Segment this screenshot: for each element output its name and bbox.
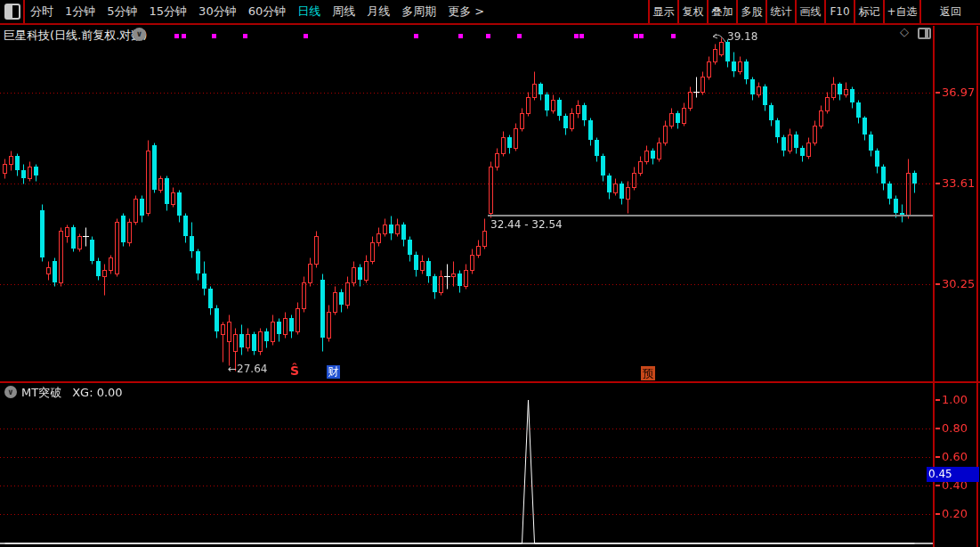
menu-item-8[interactable]: 月线 xyxy=(367,4,390,18)
menu-item-2[interactable]: 5分钟 xyxy=(107,4,137,18)
menu-item-6[interactable]: 日线 xyxy=(297,4,320,18)
axis-tick-label: 33.61 xyxy=(942,176,975,190)
toolbar-button-0[interactable]: 显示 xyxy=(648,0,677,23)
axis-tick-mark xyxy=(935,456,940,458)
axis-tick-mark xyxy=(935,428,940,429)
toolbar-button-6[interactable]: F10 xyxy=(824,0,854,23)
axis-tick-mark xyxy=(935,485,940,486)
period-menu: 分时1分钟5分钟15分钟30分钟60分钟日线周线月线多周期更多 > xyxy=(30,0,496,23)
dividend-marker-icon[interactable]: Ŝ xyxy=(290,364,299,378)
window-layout-icon[interactable] xyxy=(4,4,20,20)
axis-cursor-value: 0.45 xyxy=(927,467,979,482)
toolbar-button-8[interactable]: +自选 xyxy=(883,0,919,23)
toolbar-button-5[interactable]: 画线 xyxy=(795,0,824,23)
forecast-badge[interactable]: 预 xyxy=(641,366,655,380)
toolbar-button-7[interactable]: 标记 xyxy=(854,0,883,23)
trading-app-window: 分时1分钟5分钟15分钟30分钟60分钟日线周线月线多周期更多 > 显示复权叠加… xyxy=(0,0,980,547)
toolbar-menu: 显示复权叠加多股统计画线F10标记+自选返回 xyxy=(648,0,980,23)
menu-item-9[interactable]: 多周期 xyxy=(401,4,436,18)
menu-item-1[interactable]: 1分钟 xyxy=(65,4,95,18)
axis-tick-mark xyxy=(935,183,940,184)
toolbar-button-2[interactable]: 叠加 xyxy=(707,0,736,23)
indicator-value: XG: 0.00 xyxy=(72,386,122,399)
top-menubar: 分时1分钟5分钟15分钟30分钟60分钟日线周线月线多周期更多 > 显示复权叠加… xyxy=(0,0,980,25)
menu-item-4[interactable]: 30分钟 xyxy=(198,4,237,18)
curved-arrow-icon xyxy=(709,32,726,43)
axis-tick-mark xyxy=(935,513,940,515)
range-annotation: 32.44 - 32.54 xyxy=(490,218,563,231)
menubar-separator xyxy=(23,0,25,23)
axis-tick-mark xyxy=(935,399,940,401)
axis-tick-label: 36.97 xyxy=(942,86,975,99)
axis-tick-mark xyxy=(935,283,940,285)
toolbar-button-1[interactable]: 复权 xyxy=(677,0,707,23)
toolbar-button-4[interactable]: 统计 xyxy=(765,0,795,23)
axis-tick-label: 0.80 xyxy=(942,421,968,435)
indicator-header: MT突破XG: 0.00 xyxy=(21,385,123,401)
menu-item-5[interactable]: 60分钟 xyxy=(248,4,287,18)
high-price-label: 39.18 xyxy=(727,30,757,43)
indicator-chevron-down-icon[interactable]: ∨ xyxy=(4,386,17,398)
high-price-annotation: 39.18 xyxy=(709,30,757,43)
indicator-chart[interactable] xyxy=(0,383,933,547)
axis-tick-label: 0.20 xyxy=(942,507,968,520)
window-layout-icon-fill xyxy=(6,5,12,18)
indicator-name[interactable]: MT突破 xyxy=(21,386,61,399)
financial-report-badge[interactable]: 财 xyxy=(327,365,340,379)
menu-item-7[interactable]: 周线 xyxy=(332,4,355,18)
main-price-chart[interactable] xyxy=(0,26,933,383)
low-price-annotation: ←27.64 xyxy=(228,363,267,375)
menu-item-10[interactable]: 更多 > xyxy=(448,4,484,18)
axis-tick-label: 0.60 xyxy=(942,450,968,463)
menu-item-0[interactable]: 分时 xyxy=(30,4,53,18)
axis-tick-label: 30.25 xyxy=(942,277,975,290)
toolbar-button-9[interactable]: 返回 xyxy=(919,0,980,23)
axis-tick-label: 1.00 xyxy=(942,393,968,406)
left-arrow-icon: ← xyxy=(228,363,237,375)
low-price-label: 27.64 xyxy=(237,363,267,375)
menu-item-3[interactable]: 15分钟 xyxy=(150,4,188,18)
axis-tick-mark xyxy=(935,92,940,94)
toolbar-button-3[interactable]: 多股 xyxy=(736,0,765,23)
